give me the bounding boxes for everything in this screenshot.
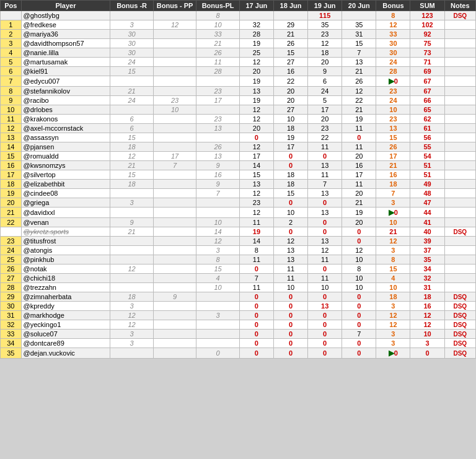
notes-cell [444,237,475,246]
notes-cell [444,180,475,189]
player-cell: @soluce07 [21,330,110,339]
bonus-pp-cell: 7 [153,161,196,170]
bonus-r-cell: 15 [110,133,154,142]
bonus-cell: ▶0 [376,76,410,87]
column-header-20-jun: 20 Jun [342,1,376,11]
bonus-cell: 28 [376,67,410,76]
bonus-pl-cell [196,133,240,142]
table-row: 1@fredkese312103229353512102 [1,20,476,30]
bonus-pl-cell: 28 [196,67,240,76]
player-cell: @atongis [21,246,110,255]
bonus-cell: 3 [376,330,410,339]
bonus-pl-cell [196,198,240,208]
jun19-cell: 13 [308,189,342,198]
sum-cell: 123 [410,11,444,20]
column-header-bonus---pp: Bonus - PP [153,1,196,11]
jun17-cell: 19 [239,76,273,87]
table-row: 34@dontcare893000033DSQ [1,339,476,348]
pos-cell: 30 [1,302,22,311]
pos-cell: 1 [1,20,22,30]
bonus-pp-cell [153,142,196,152]
notes-cell [444,218,475,227]
bonus-pl-cell: 14 [196,227,240,237]
bonus-pl-cell [196,339,240,348]
jun18-cell: 27 [273,105,307,115]
bonus-r-cell [110,105,154,115]
bonus-pl-cell [196,302,240,311]
table-row: 4@nanie.lilla302625151873073 [1,48,476,58]
bonus-pl-cell: 10 [196,283,240,292]
jun19-cell: 0 [308,218,342,227]
player-cell: @griega [21,198,110,208]
bonus-pp-cell [153,311,196,320]
jun19-cell: 23 [308,30,342,39]
player-cell: @markhodge [21,311,110,320]
jun19-cell: 18 [308,48,342,58]
jun19-cell: 0 [308,198,342,208]
sum-cell: 69 [410,67,444,76]
bonus-pp-cell [153,76,196,87]
notes-cell: DSQ [444,348,475,359]
bonus-r-cell: 30 [110,39,154,48]
sum-cell: 67 [410,87,444,96]
bonus-r-cell: 24 [110,58,154,67]
arrow-icon: ▶ [389,77,394,85]
jun20-cell: 11 [342,124,376,133]
bonus-r-cell: 30 [110,48,154,58]
sum-cell: 39 [410,237,444,246]
bonus-cell: 12 [376,237,410,246]
player-cell: @drlobes [21,105,110,115]
bonus-pp-cell [153,208,196,218]
bonus-pl-cell: 3 [196,311,240,320]
sum-cell: 3 [410,339,444,348]
bonus-cell: 10 [376,218,410,227]
pos-cell: 5 [1,58,22,67]
bonus-r-cell: 12 [110,311,154,320]
player-cell: @trezzahn [21,283,110,292]
sum-cell: 34 [410,264,444,274]
pos-cell: 23 [1,237,22,246]
player-cell: @notak [21,264,110,274]
player-cell: @davidxxl [21,208,110,218]
bonus-pp-cell [153,330,196,339]
jun19-cell: 13 [308,237,342,246]
bonus-cell: 30 [376,48,410,58]
jun20-cell: 7 [342,48,376,58]
jun18-cell: 0 [273,320,307,330]
pos-cell: 8 [1,87,22,96]
jun18-cell: 26 [273,39,307,48]
jun18-cell: 13 [273,255,307,264]
player-cell: @pinkhub [21,255,110,264]
bonus-r-cell: 6 [110,115,154,124]
notes-cell: DSQ [444,339,475,348]
jun19-cell: 11 [308,170,342,180]
jun19-cell: 13 [308,302,342,311]
bonus-cell: 21 [376,161,410,170]
player-cell: @venan [21,218,110,227]
notes-cell [444,20,475,30]
jun19-cell: 7 [308,180,342,189]
bonus-r-cell: 3 [110,339,154,348]
bonus-pp-cell [153,264,196,274]
bonus-pp-cell: 17 [153,152,196,161]
bonus-cell: 8 [376,255,410,264]
jun20-cell: 35 [342,20,376,30]
notes-cell [444,283,475,292]
jun17-cell: 25 [239,48,273,58]
pos-cell: 3 [1,39,22,48]
sum-cell: 32 [410,274,444,283]
bonus-pl-cell: 11 [196,58,240,67]
bonus-pp-cell [153,58,196,67]
bonus-r-cell: 12 [110,264,154,274]
table-header: PosPlayerBonus -RBonus - PPBonus-PL17 Ju… [1,1,476,11]
bonus-cell: 33 [376,30,410,39]
jun20-cell: 0 [342,227,376,237]
player-cell: @kiel91 [21,67,110,76]
bonus-r-cell: 30 [110,30,154,39]
jun20-cell: 31 [342,30,376,39]
bonus-pl-cell: 26 [196,48,240,58]
sum-cell: 12 [410,311,444,320]
table-row: 6@kiel91152820169212869 [1,67,476,76]
bonus-pp-cell [153,246,196,255]
table-row: 26@notak1215011081534 [1,264,476,274]
